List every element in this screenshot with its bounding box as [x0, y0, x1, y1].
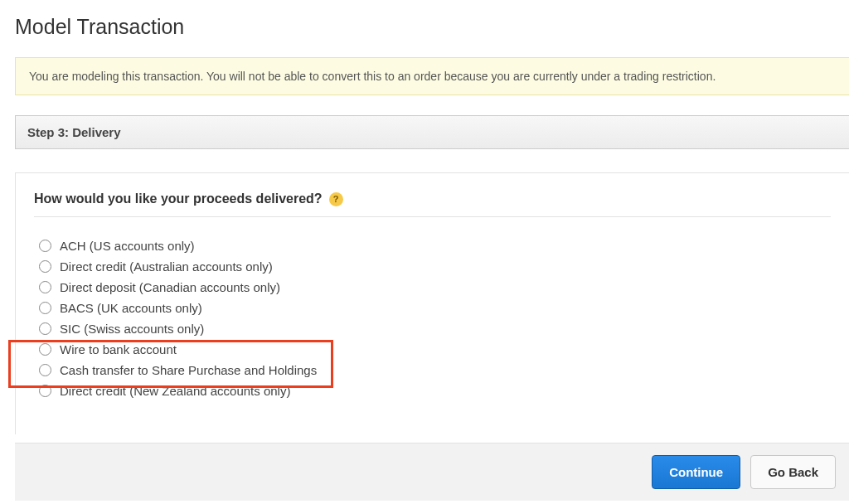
radio-icon[interactable]: [39, 302, 51, 314]
option-sic-swiss[interactable]: SIC (Swiss accounts only): [34, 318, 831, 339]
option-label: Direct credit (New Zealand accounts only…: [60, 384, 290, 398]
footer-bar: Continue Go Back: [15, 443, 849, 501]
page-title: Model Transaction: [15, 15, 849, 39]
radio-icon[interactable]: [39, 240, 51, 252]
radio-icon[interactable]: [39, 385, 51, 397]
go-back-button[interactable]: Go Back: [750, 455, 836, 489]
option-label: Cash transfer to Share Purchase and Hold…: [60, 363, 317, 377]
step-header: Step 3: Delivery: [15, 115, 849, 149]
question-text: How would you like your proceeds deliver…: [34, 191, 323, 206]
option-label: SIC (Swiss accounts only): [60, 322, 204, 336]
question-row: How would you like your proceeds deliver…: [34, 191, 831, 217]
option-direct-deposit-ca[interactable]: Direct deposit (Canadian accounts only): [34, 277, 831, 298]
delivery-options: ACH (US accounts only) Direct credit (Au…: [34, 235, 831, 434]
step-label: Step 3: Delivery: [27, 125, 121, 139]
radio-icon[interactable]: [39, 364, 51, 376]
notice-text: You are modeling this transaction. You w…: [29, 70, 716, 83]
delivery-card: How would you like your proceeds deliver…: [15, 172, 849, 434]
option-label: Direct deposit (Canadian accounts only): [60, 280, 280, 294]
option-label: Direct credit (Australian accounts only): [60, 259, 273, 274]
radio-icon[interactable]: [39, 260, 51, 273]
option-direct-credit-au[interactable]: Direct credit (Australian accounts only): [34, 256, 831, 277]
radio-icon[interactable]: [39, 322, 51, 335]
trading-restriction-notice: You are modeling this transaction. You w…: [15, 57, 849, 95]
option-label: BACS (UK accounts only): [60, 301, 202, 315]
continue-button[interactable]: Continue: [652, 455, 740, 489]
radio-icon[interactable]: [39, 281, 51, 293]
radio-icon[interactable]: [39, 343, 51, 356]
option-cash-transfer[interactable]: Cash transfer to Share Purchase and Hold…: [34, 360, 831, 380]
option-bacs-uk[interactable]: BACS (UK accounts only): [34, 298, 831, 318]
option-ach[interactable]: ACH (US accounts only): [34, 235, 831, 256]
help-icon[interactable]: ?: [329, 192, 343, 206]
option-label: ACH (US accounts only): [60, 239, 195, 253]
option-wire[interactable]: Wire to bank account: [34, 339, 831, 360]
option-direct-credit-nz[interactable]: Direct credit (New Zealand accounts only…: [34, 380, 831, 401]
option-label: Wire to bank account: [60, 342, 177, 356]
